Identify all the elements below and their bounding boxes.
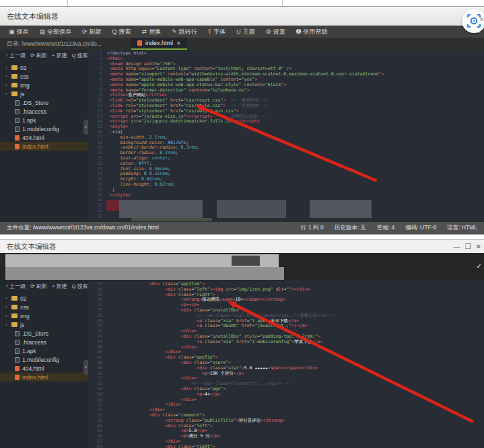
- search-button[interactable]: Q搜索: [108, 26, 136, 38]
- code-line-text: <script src="js/jquery.datetimepicker.fu…: [107, 119, 260, 124]
- tree-refresh-button[interactable]: ⟳刷新: [30, 283, 47, 290]
- window-titlebar-2[interactable]: 在线文本编辑器 —❐✕: [0, 240, 484, 253]
- tree-item-1.apk[interactable]: 1.apk: [0, 346, 88, 355]
- code-line-text: <div class="right">: [107, 445, 215, 448]
- tree-item-ds_store[interactable]: .DS_Store: [0, 329, 88, 338]
- file-icon: [15, 340, 20, 345]
- code-line-text: line-height: 0.62rem;: [107, 182, 176, 188]
- settings-button[interactable]: ⚙设置: [261, 26, 290, 38]
- folder-icon: [11, 305, 18, 309]
- tree-items-2: ›02›css›img›js.DS_Store.htaccess1.apk1.m…: [0, 291, 88, 381]
- tree-item-index.html[interactable]: index.html: [0, 142, 88, 151]
- help-button[interactable]: ➊使用帮助: [291, 26, 333, 38]
- editor-main-2: ↑上一级⟳刷新+新建Q搜索 ›02›css›img›js.DS_Store.ht…: [0, 281, 484, 448]
- tree-item-02[interactable]: ›02: [0, 294, 88, 303]
- up-level-icon: ↑: [5, 52, 8, 59]
- tab-index-html[interactable]: index.html ✕: [131, 38, 187, 50]
- tree-item-label: .htaccess: [22, 108, 46, 115]
- tree-item-label: 1.mobileconfig: [22, 357, 59, 363]
- search-label: 搜索: [77, 283, 88, 290]
- tree-item-label: .DS_Store: [22, 100, 48, 106]
- window-titlebar[interactable]: 在线文本编辑器: [0, 7, 484, 26]
- tree-item-ds_store[interactable]: .DS_Store: [0, 98, 88, 107]
- censored-block: [310, 200, 372, 218]
- tree-item-404.html[interactable]: 404.html: [0, 364, 88, 373]
- search-label: 搜索: [119, 28, 131, 36]
- code-line: 52<!--<div class="content">...</div>-->: [88, 381, 484, 387]
- tree-item-label: .htaccess: [22, 339, 46, 346]
- censored-text: [131, 218, 212, 221]
- minimize-icon[interactable]: —: [454, 240, 460, 253]
- chevron-right-icon: ›: [5, 73, 9, 79]
- refresh-button[interactable]: ⟳刷新: [77, 26, 106, 38]
- tree-new-button[interactable]: +新建: [52, 52, 67, 59]
- file-icon: [15, 331, 20, 336]
- tree-item-label: index.html: [22, 374, 48, 381]
- tree-item-label: .DS_Store: [22, 330, 48, 337]
- tree-item-index.html[interactable]: index.html: [0, 373, 88, 381]
- tree-item-1.mobileconfig[interactable]: 1.mobileconfig: [0, 124, 88, 133]
- status-item: 编码: UTF-8: [405, 224, 436, 232]
- tree-item-02[interactable]: ›02: [0, 63, 88, 72]
- restore-icon[interactable]: ❐: [465, 240, 471, 253]
- top-strip: [0, 0, 484, 7]
- tree-item-js[interactable]: ›js: [0, 320, 88, 329]
- code-line: 62<p>满分 5 分</p>: [88, 434, 484, 439]
- tree-up-level-button[interactable]: ↑上一级: [5, 283, 26, 290]
- code-area-1[interactable]: 1<!doctype html>2<html>3<head design wid…: [88, 50, 484, 222]
- tab-close-icon[interactable]: ✕: [176, 40, 181, 46]
- tree-item-1.mobileconfig[interactable]: 1.mobileconfig: [0, 355, 88, 364]
- tree-collapse-handle[interactable]: ‹: [83, 120, 88, 135]
- font-label: 字体: [213, 28, 226, 36]
- code-line: 53<div class="age">: [88, 387, 484, 392]
- tree-item-404.html[interactable]: 404.html: [0, 133, 88, 142]
- status-bar: 文件位置: /www/wwwroot/1t123va.cn/down.cn/01…: [0, 222, 484, 234]
- window-controls: —❐✕: [454, 240, 481, 253]
- save-button[interactable]: ▣保存: [4, 26, 34, 38]
- tree-item-htaccess[interactable]: .htaccess: [0, 107, 88, 116]
- tree-refresh-button[interactable]: ⟳刷新: [30, 52, 47, 59]
- up-level-icon: ↑: [5, 283, 8, 289]
- code-line: 58<div class="comment">: [88, 413, 484, 418]
- folder-icon: [11, 322, 18, 327]
- tree-collapse-handle[interactable]: ‹: [83, 360, 88, 375]
- refresh-icon: ⟳: [30, 283, 35, 289]
- tree-item-img[interactable]: ›img: [0, 81, 88, 89]
- close-icon[interactable]: ✕: [479, 16, 484, 23]
- code-line-text: </div>: [107, 345, 197, 350]
- tree-new-button[interactable]: +新建: [52, 283, 67, 290]
- save-all-button[interactable]: ▤全部保存: [35, 26, 77, 38]
- tree-item-css[interactable]: ›css: [0, 72, 88, 81]
- tree-item-label: img: [20, 82, 30, 89]
- tree-item-label: 404.html: [22, 135, 44, 141]
- font-button[interactable]: T字体: [203, 26, 231, 38]
- line-number: 4: [88, 67, 107, 72]
- line-number: 8: [88, 88, 107, 94]
- tree-item-1.apk[interactable]: 1.apk: [0, 116, 88, 124]
- theme-button[interactable]: U主题: [232, 26, 260, 38]
- replace-icon: ⇄: [142, 28, 147, 35]
- tree-up-level-button[interactable]: ↑上一级: [5, 52, 26, 59]
- code-line: 14<script src="js/jquery.datetimepicker.…: [88, 119, 484, 124]
- replace-label: 替换: [149, 28, 161, 36]
- tree-item-label: js: [20, 91, 24, 98]
- tree-item-img[interactable]: ›img: [0, 311, 88, 320]
- goto-line-button[interactable]: ✎跳转行: [167, 26, 202, 38]
- tree-item-js[interactable]: ›js: [0, 89, 88, 98]
- code-line-text: <p>4+</p>: [107, 392, 221, 398]
- tree-item-css[interactable]: ›css: [0, 303, 88, 311]
- replace-button[interactable]: ⇄替换: [137, 26, 166, 38]
- status-item: 空格: 4: [377, 224, 394, 232]
- search-icon: Q: [71, 52, 75, 59]
- tree-item-htaccess[interactable]: .htaccess: [0, 338, 88, 346]
- editor-window-2: 在线文本编辑器 —❐✕ ✓ ↑上一级⟳刷新+新建Q搜索 ›02›css›img›…: [0, 240, 484, 448]
- tree-search-button[interactable]: Q搜索: [71, 52, 88, 59]
- close-icon[interactable]: ✕: [476, 240, 481, 253]
- code-line: 55</div>: [88, 398, 484, 403]
- html-file-icon: [15, 366, 20, 371]
- tree-search-button[interactable]: Q搜索: [71, 283, 88, 290]
- path-bar: 目录: /www/wwwroot/1t123va.cn/do... index.…: [0, 38, 484, 50]
- code-area-2[interactable]: 33<div class="appItem">34<div class="lef…: [88, 281, 484, 448]
- editor-toolbar: ▣保存▤全部保存⟳刷新Q搜索⇄替换✎跳转行T字体U主题⚙设置➊使用帮助✓: [0, 26, 484, 38]
- help-icon: ➊: [296, 28, 302, 35]
